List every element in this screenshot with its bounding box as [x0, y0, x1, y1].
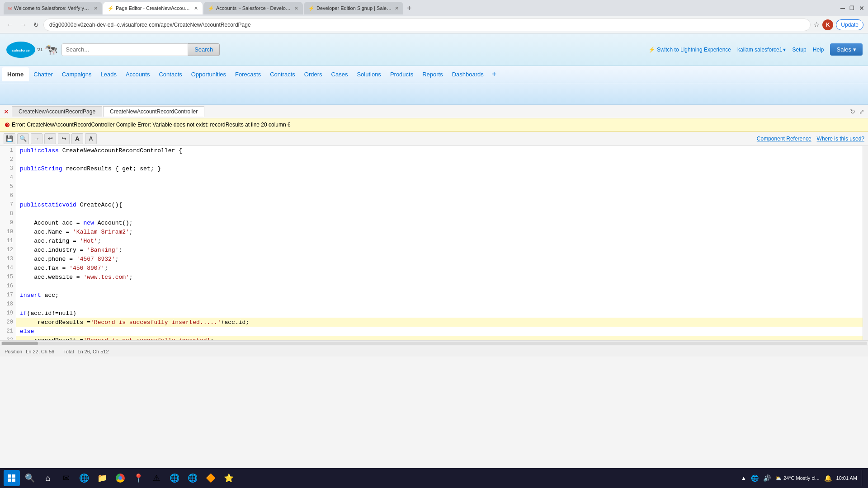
line-numbers: 1234567891011121314151617181920212223242… — [0, 146, 16, 340]
weather-text: 24°C Mostly cl... — [783, 475, 820, 481]
nav-item-contracts[interactable]: Contracts — [265, 67, 300, 81]
url-text: d5g00000eiv0zeah-dev-ed--c.visualforce.c… — [49, 22, 251, 28]
nav-item-contacts[interactable]: Contacts — [154, 67, 186, 81]
toolbar-redo-btn[interactable]: ↪ — [58, 133, 70, 144]
restore-button[interactable]: ❒ — [849, 5, 854, 11]
lightning-icon: ⚡ — [648, 47, 655, 53]
tab-close-3[interactable]: ✕ — [294, 5, 298, 11]
tab-close-1[interactable]: ✕ — [94, 5, 98, 11]
taskbar-show-desktop[interactable] — [862, 470, 864, 486]
editor-area: ✕ CreateNewAccountRecordPage CreateNewAc… — [0, 105, 868, 357]
code-content[interactable]: public class CreateNewAccountRecordContr… — [16, 146, 863, 340]
taskbar-weather[interactable]: ⛅ 24°C Mostly cl... — [775, 475, 820, 481]
editor-close-icon[interactable]: ✕ — [4, 108, 9, 115]
nav-item-opportunities[interactable]: Opportunities — [187, 67, 231, 81]
taskbar-item-7[interactable]: ⚠ — [148, 470, 165, 486]
minimize-button[interactable]: ─ — [840, 5, 845, 12]
taskbar-clock[interactable]: 10:01 AM — [836, 475, 857, 481]
taskbar-edge[interactable]: 🌐 — [76, 470, 92, 486]
nav-item-dashboards[interactable]: Dashboards — [448, 67, 488, 81]
nav-item-accounts[interactable]: Accounts — [121, 67, 154, 81]
taskbar-item-9[interactable]: 🌐 — [184, 470, 201, 486]
toolbar-font-increase-btn[interactable]: A — [71, 133, 83, 144]
app-button[interactable]: Sales ▾ — [830, 43, 863, 56]
nav-item-home[interactable]: Home — [2, 67, 29, 81]
update-button[interactable]: Update — [836, 19, 863, 30]
nav-item-forecasts[interactable]: Forecasts — [231, 67, 265, 81]
toolbar-search-btn[interactable]: 🔍 — [17, 133, 29, 144]
search-area: Search — [61, 43, 220, 56]
nav-item-leads[interactable]: Leads — [96, 67, 121, 81]
nav-item-solutions[interactable]: Solutions — [352, 67, 385, 81]
tab-bar: ✉ Welcome to Salesforce: Verify yo... ✕ … — [0, 0, 868, 16]
component-reference-link[interactable]: Component Reference — [757, 136, 811, 142]
toolbar-save-btn[interactable]: 💾 — [4, 133, 15, 144]
nav-item-cases[interactable]: Cases — [327, 67, 353, 81]
setup-button[interactable]: Setup — [792, 47, 806, 53]
toolbar-forward-btn[interactable]: → — [31, 133, 42, 144]
url-input[interactable]: d5g00000eiv0zeah-dev-ed--c.visualforce.c… — [43, 19, 811, 31]
tab-gmail[interactable]: ✉ Welcome to Salesforce: Verify yo... ✕ — [4, 2, 102, 14]
tab-page-editor[interactable]: ⚡ Page Editor - CreateNewAccountRe... ✕ — [103, 2, 203, 14]
profile-button[interactable]: K — [822, 19, 833, 30]
nav-item-orders[interactable]: Orders — [300, 67, 327, 81]
taskbar-item-11[interactable]: ⭐ — [221, 470, 237, 486]
refresh-button[interactable]: ↻ — [32, 20, 41, 29]
salesforce-logo-svg: salesforce — [5, 40, 36, 60]
taskbar-volume-icon[interactable]: 🔊 — [763, 474, 771, 482]
forward-button[interactable]: → — [18, 20, 29, 30]
taskbar-show-hidden[interactable]: ▲ — [741, 475, 746, 481]
position-value: Ln 22, Ch 56 — [26, 349, 54, 354]
taskbar-network-icon[interactable]: 🌐 — [751, 474, 759, 482]
taskbar-search[interactable]: 🔍 — [22, 470, 38, 486]
weather-icon: ⛅ — [775, 475, 782, 481]
switch-lightning-button[interactable]: ⚡ Switch to Lightning Experience — [648, 47, 731, 53]
editor-tabbar: ✕ CreateNewAccountRecordPage CreateNewAc… — [0, 105, 868, 118]
horizontal-scrollbar[interactable] — [0, 340, 868, 346]
editor-icon-expand[interactable]: ⤢ — [859, 108, 864, 115]
total-value: Ln 26, Ch 512 — [77, 349, 108, 354]
editor-tab-controller[interactable]: CreateNewAccountRecordController — [103, 106, 204, 117]
taskbar-chrome[interactable] — [112, 470, 128, 486]
editor-tab-page[interactable]: CreateNewAccountRecordPage — [12, 106, 102, 117]
close-button[interactable]: ✕ — [859, 5, 864, 12]
toolbar-font-decrease-btn[interactable]: A — [85, 133, 97, 144]
back-button[interactable]: ← — [5, 20, 15, 30]
taskbar-item-10[interactable]: 🔶 — [203, 470, 219, 486]
search-button[interactable]: Search — [188, 43, 220, 56]
vertical-scrollbar[interactable] — [863, 146, 868, 340]
search-input[interactable] — [61, 43, 188, 56]
error-text: Error: CreateNewAccountRecordController … — [12, 122, 291, 128]
taskbar-mail[interactable]: ✉ — [58, 470, 74, 486]
bookmark-button[interactable]: ☆ — [813, 20, 820, 29]
editor-icon-refresh[interactable]: ↻ — [850, 108, 855, 115]
taskbar-explorer[interactable]: 📁 — [94, 470, 110, 486]
taskbar-cortana[interactable]: ⌂ — [40, 470, 56, 486]
tab-close-4[interactable]: ✕ — [395, 5, 399, 11]
tab-developer[interactable]: ⚡ Developer Edition Signup | Sales... ✕ — [304, 2, 403, 14]
status-bar: Position Ln 22, Ch 56 Total Ln 26, Ch 51… — [0, 346, 868, 357]
taskbar-item-8[interactable]: 🌐 — [166, 470, 183, 486]
tab-accounts[interactable]: ⚡ Accounts ~ Salesforce - Develop... ✕ — [203, 2, 303, 14]
svg-rect-2 — [8, 474, 11, 478]
nav-item-chatter[interactable]: Chatter — [29, 67, 57, 81]
taskbar-notification-icon[interactable]: 🔔 — [824, 474, 832, 482]
windows-icon — [8, 474, 15, 482]
taskbar-maps[interactable]: 📍 — [130, 470, 146, 486]
tab-close-2[interactable]: ✕ — [194, 5, 198, 11]
error-icon: ⊗ — [5, 121, 10, 128]
start-button[interactable] — [4, 470, 20, 486]
nav-item-reports[interactable]: Reports — [418, 67, 448, 81]
toolbar-links: Component Reference Where is this used? — [757, 136, 864, 142]
user-menu-button[interactable]: kallam salesforce1 ▾ — [737, 47, 786, 53]
nav-item-campaigns[interactable]: Campaigns — [57, 67, 96, 81]
salesforce-logo[interactable]: salesforce '21 🐄 — [5, 40, 58, 60]
toolbar-undo-btn[interactable]: ↩ — [44, 133, 56, 144]
header-right: ⚡ Switch to Lightning Experience kallam … — [648, 43, 863, 56]
new-tab-button[interactable]: + — [404, 4, 415, 13]
nav-item-products[interactable]: Products — [386, 67, 418, 81]
position-label: Position — [5, 349, 22, 354]
help-button[interactable]: Help — [813, 47, 824, 53]
nav-add-button[interactable]: + — [488, 68, 500, 81]
where-is-this-link[interactable]: Where is this used? — [817, 136, 864, 142]
